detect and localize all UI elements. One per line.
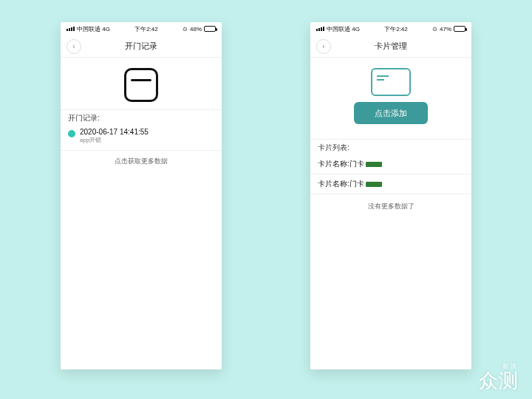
watermark-small: 新浪 <box>479 364 519 369</box>
no-more-data-label: 没有更多数据了 <box>310 194 471 219</box>
card-icon <box>371 68 411 96</box>
clock-label: 下午2:42 <box>134 25 158 33</box>
alarm-icon: ⊙ <box>432 26 437 33</box>
record-timestamp: 2020-06-17 14:41:55 <box>80 128 149 136</box>
card-item-name: 卡片名称:门卡 <box>318 179 364 189</box>
signal-icon <box>66 27 75 31</box>
record-method: app开锁 <box>80 136 149 144</box>
redacted-icon <box>366 182 382 187</box>
battery-percent: 48% <box>190 26 202 33</box>
battery-icon <box>454 26 466 32</box>
phone-unlock-log: 中国联通 4G 下午2:42 ⊙ 48% ‹ 开门记录 开门记录: 2020-0… <box>61 22 222 369</box>
watermark: 新浪 众测 <box>479 364 519 390</box>
card-list-item[interactable]: 卡片名称:门卡 <box>310 174 471 194</box>
door-icon <box>124 68 158 102</box>
navbar: ‹ 卡片管理 <box>310 35 471 58</box>
page-title: 卡片管理 <box>310 41 471 52</box>
watermark-big: 众测 <box>479 369 519 392</box>
status-bar: 中国联通 4G 下午2:42 ⊙ 47% <box>310 22 471 35</box>
battery-icon <box>204 26 216 32</box>
records-section-label: 开门记录: <box>61 109 222 125</box>
clock-label: 下午2:42 <box>384 25 408 33</box>
redacted-icon <box>366 162 382 167</box>
card-list-label: 卡片列表: <box>310 139 471 154</box>
carrier-label: 中国联通 4G <box>327 25 360 33</box>
alarm-icon: ⊙ <box>183 26 188 33</box>
navbar: ‹ 开门记录 <box>61 35 222 58</box>
signal-icon <box>316 27 324 31</box>
card-item-name: 卡片名称:门卡 <box>318 159 364 169</box>
record-row[interactable]: 2020-06-17 14:41:55 app开锁 <box>61 125 222 151</box>
add-card-button[interactable]: 点击添加 <box>354 102 428 124</box>
carrier-label: 中国联通 4G <box>77 25 110 33</box>
record-dot-icon <box>68 130 75 137</box>
page-title: 开门记录 <box>61 41 222 52</box>
battery-percent: 47% <box>440 26 451 33</box>
card-list-item[interactable]: 卡片名称:门卡 <box>310 154 471 174</box>
load-more-link[interactable]: 点击获取更多数据 <box>61 151 222 172</box>
status-bar: 中国联通 4G 下午2:42 ⊙ 48% <box>61 22 222 35</box>
phone-card-mgmt: 中国联通 4G 下午2:42 ⊙ 47% ‹ 卡片管理 点击添加 卡片列表: 卡… <box>310 22 471 369</box>
